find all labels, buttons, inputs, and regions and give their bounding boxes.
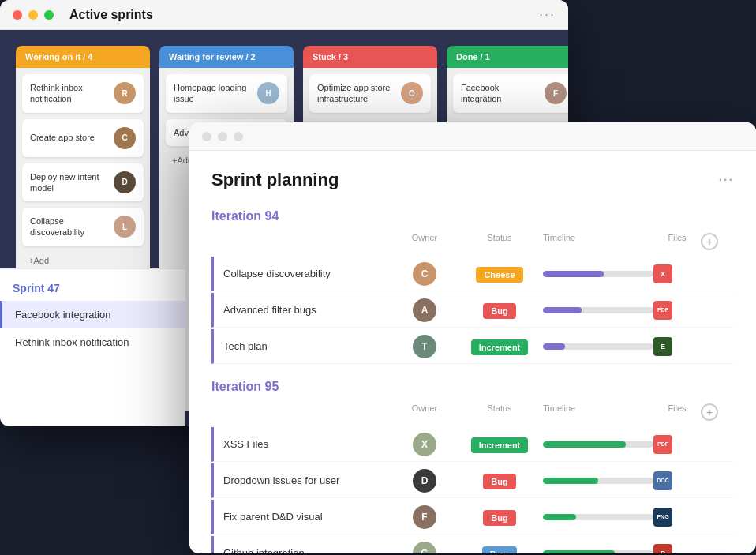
card-optimize[interactable]: Optimize app store infrastructure O <box>309 74 431 113</box>
avatar: G <box>413 542 436 554</box>
task-owner: F <box>393 505 456 529</box>
task-row[interactable]: Dropdown issues for user D Bug DOC <box>211 463 734 498</box>
avatar: D <box>413 469 436 493</box>
task-timeline <box>543 307 653 313</box>
task-status: Bug <box>456 510 543 524</box>
task-status: Increment <box>456 437 543 452</box>
file-badge: E <box>653 337 672 356</box>
task-row[interactable]: Github integration G Prep P <box>211 536 734 553</box>
status-badge: Cheese <box>476 267 522 283</box>
col-name <box>221 233 393 250</box>
col-owner: Owner <box>393 403 456 421</box>
file-badge: X <box>653 264 672 283</box>
card-create[interactable]: Create app store C <box>22 119 144 157</box>
progress-bar-container <box>543 271 653 277</box>
avatar: X <box>413 433 436 456</box>
progress-bar-container <box>543 343 653 350</box>
task-status: Increment <box>456 339 543 354</box>
task-status: Bug <box>456 303 543 317</box>
add-col[interactable]: + <box>701 403 724 421</box>
avatar: R <box>114 82 136 104</box>
sidebar-item-label: Facebook integration <box>15 309 110 321</box>
card-text: Homepage loading issue <box>174 82 253 105</box>
kanban-titlebar: Active sprints ··· <box>0 0 568 30</box>
task-row[interactable]: Fix parent D&D visual F Bug PNG <box>211 500 734 534</box>
task-status: Cheese <box>456 267 543 281</box>
file-badge: PNG <box>653 508 672 527</box>
task-files: P <box>653 544 701 554</box>
iteration-95-section: Iteration 95 Owner Status Timeline Files… <box>211 380 734 553</box>
col-status: Status <box>456 233 543 250</box>
task-status: Bug <box>456 474 543 488</box>
add-col[interactable]: + <box>701 233 724 250</box>
progress-bar <box>543 307 582 313</box>
task-files: X <box>653 264 701 283</box>
task-name: Collapse discoverability <box>223 268 393 279</box>
status-badge: Bug <box>483 510 515 526</box>
add-column-button[interactable]: + <box>701 233 718 250</box>
card-text: Optimize app store infrastructure <box>317 82 396 105</box>
col-owner: Owner <box>393 233 456 250</box>
task-row[interactable]: XSS Files X Increment PDF <box>211 427 734 462</box>
sprint-title: Sprint 47 <box>0 282 185 301</box>
task-row[interactable]: Tech plan T Increment E <box>211 329 734 364</box>
column-header-stuck: Stuck / 3 <box>303 46 437 68</box>
iteration-94-section: Iteration 94 Owner Status Timeline Files… <box>211 209 734 364</box>
task-owner: X <box>393 433 456 456</box>
task-timeline <box>543 478 653 484</box>
task-name: Fix parent D&D visual <box>223 511 393 523</box>
card-facebook[interactable]: Facebook integration F <box>453 74 568 113</box>
minimize-button[interactable] <box>28 10 38 20</box>
card-rethink[interactable]: Rethink inbox notification R <box>22 74 144 113</box>
task-files: PDF <box>653 435 701 454</box>
progress-bar <box>543 514 576 520</box>
task-row[interactable]: Collapse discoverability C Cheese X <box>211 257 734 291</box>
sidebar-item-rethink[interactable]: Rethink inbox notification <box>0 328 185 356</box>
task-owner: A <box>393 298 456 322</box>
sidebar-item-facebook[interactable]: Facebook integration <box>0 301 185 328</box>
progress-bar <box>543 478 598 484</box>
maximize-button[interactable] <box>44 10 54 20</box>
task-row[interactable]: Advanced filter bugs A Bug PDF <box>211 293 734 328</box>
status-badge: Increment <box>471 339 529 355</box>
table-header-95: Owner Status Timeline Files + <box>211 403 734 427</box>
avatar: F <box>413 505 436 529</box>
planning-titlebar <box>189 122 756 151</box>
close-button[interactable] <box>13 10 22 20</box>
col-timeline: Timeline <box>543 233 653 250</box>
task-timeline <box>543 550 653 554</box>
progress-bar-container <box>543 550 653 554</box>
progress-bar <box>543 550 615 554</box>
avatar: C <box>413 262 436 286</box>
avatar: H <box>257 82 279 104</box>
task-files: E <box>653 337 701 356</box>
window-title: Active sprints <box>69 8 533 22</box>
task-files: PDF <box>653 301 701 320</box>
progress-bar <box>543 441 626 448</box>
task-name: Advanced filter bugs <box>223 304 393 316</box>
progress-bar-container <box>543 307 653 313</box>
add-card-button[interactable]: +Add <box>22 253 144 268</box>
avatar: T <box>413 335 436 358</box>
page-title-text: Sprint planning <box>211 170 339 190</box>
page-title-row: Sprint planning ··· <box>211 170 734 190</box>
card-collapse[interactable]: Collapse discoverability L <box>22 208 144 246</box>
avatar: C <box>114 127 136 149</box>
avatar: D <box>114 171 136 193</box>
card-homepage[interactable]: Homepage loading issue H <box>166 74 287 113</box>
sprint-planning-body: Sprint planning ··· Iteration 94 Owner S… <box>189 151 756 553</box>
column-header-review: Waiting for review / 2 <box>159 46 294 68</box>
avatar: A <box>413 298 436 322</box>
task-owner: C <box>393 262 456 286</box>
minimize-dot <box>218 132 227 141</box>
progress-bar <box>543 343 565 350</box>
task-files: DOC <box>653 471 701 490</box>
add-column-button[interactable]: + <box>701 403 718 421</box>
col-files: Files <box>653 233 701 250</box>
iteration-95-title: Iteration 95 <box>211 380 734 394</box>
status-badge: Bug <box>483 474 515 489</box>
page-menu-icon[interactable]: ··· <box>719 173 734 187</box>
card-deploy[interactable]: Deploy new intent model D <box>22 163 144 202</box>
card-text: Deploy new intent model <box>30 171 109 194</box>
window-menu-icon[interactable]: ··· <box>539 6 556 23</box>
